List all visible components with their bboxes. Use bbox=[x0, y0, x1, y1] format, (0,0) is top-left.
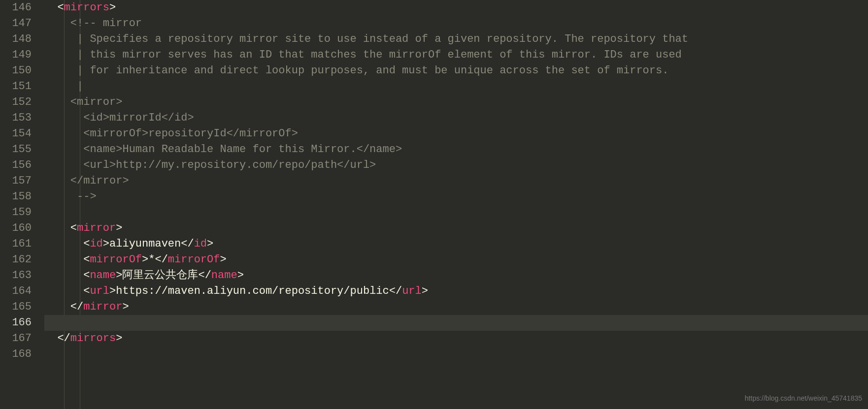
line-number: 149 bbox=[0, 47, 32, 63]
code-line[interactable]: <name>Human Readable Name for this Mirro… bbox=[44, 142, 868, 157]
line-number: 168 bbox=[0, 346, 32, 362]
line-number: 167 bbox=[0, 331, 32, 346]
line-number: 150 bbox=[0, 63, 32, 79]
code-line[interactable] bbox=[44, 315, 868, 331]
line-number: 148 bbox=[0, 31, 32, 47]
line-number: 154 bbox=[0, 126, 32, 142]
line-number: 157 bbox=[0, 173, 32, 189]
line-number: 163 bbox=[0, 268, 32, 283]
code-line[interactable]: <mirrorOf>*</mirrorOf> bbox=[44, 252, 868, 268]
line-number: 158 bbox=[0, 189, 32, 205]
code-line[interactable]: <url>https://maven.aliyun.com/repository… bbox=[44, 283, 868, 299]
line-number: 155 bbox=[0, 142, 32, 157]
code-line[interactable]: <id>mirrorId</id> bbox=[44, 110, 868, 126]
code-line[interactable]: <mirrorOf>repositoryId</mirrorOf> bbox=[44, 126, 868, 142]
line-number: 147 bbox=[0, 16, 32, 31]
code-line[interactable]: <mirror> bbox=[44, 94, 868, 110]
line-number: 146 bbox=[0, 0, 32, 16]
code-line[interactable]: | Specifies a repository mirror site to … bbox=[44, 31, 868, 47]
line-number-gutter: 146 147 148 149 150 151 152 153 154 155 … bbox=[0, 0, 40, 409]
code-line[interactable]: <name>阿里云公共仓库</name> bbox=[44, 268, 868, 283]
code-line[interactable]: | for inheritance and direct lookup purp… bbox=[44, 63, 868, 79]
code-line[interactable]: | bbox=[44, 79, 868, 94]
code-line[interactable]: <id>aliyunmaven</id> bbox=[44, 236, 868, 252]
code-line[interactable]: <url>http://my.repository.com/repo/path<… bbox=[44, 157, 868, 173]
line-number: 160 bbox=[0, 220, 32, 236]
line-number: 166 bbox=[0, 315, 32, 331]
line-number: 161 bbox=[0, 236, 32, 252]
watermark-text: https://blog.csdn.net/weixin_45741835 bbox=[745, 390, 862, 406]
code-line[interactable]: | this mirror serves has an ID that matc… bbox=[44, 47, 868, 63]
code-line[interactable]: </mirror> bbox=[44, 173, 868, 189]
code-editor[interactable]: 146 147 148 149 150 151 152 153 154 155 … bbox=[0, 0, 868, 409]
code-area[interactable]: <mirrors> <!-- mirror | Specifies a repo… bbox=[40, 0, 868, 409]
line-number: 165 bbox=[0, 299, 32, 315]
line-number: 152 bbox=[0, 94, 32, 110]
code-line[interactable] bbox=[44, 205, 868, 220]
line-number: 164 bbox=[0, 283, 32, 299]
code-line[interactable] bbox=[44, 346, 868, 362]
line-number: 153 bbox=[0, 110, 32, 126]
code-line[interactable]: <!-- mirror bbox=[44, 16, 868, 31]
code-line[interactable]: <mirror> bbox=[44, 220, 868, 236]
line-number: 156 bbox=[0, 157, 32, 173]
line-number: 151 bbox=[0, 79, 32, 94]
line-number: 159 bbox=[0, 205, 32, 220]
code-line[interactable]: <mirrors> bbox=[44, 0, 868, 16]
code-line[interactable]: --> bbox=[44, 189, 868, 205]
code-line[interactable]: </mirrors> bbox=[44, 331, 868, 346]
code-line[interactable]: </mirror> bbox=[44, 299, 868, 315]
line-number: 162 bbox=[0, 252, 32, 268]
